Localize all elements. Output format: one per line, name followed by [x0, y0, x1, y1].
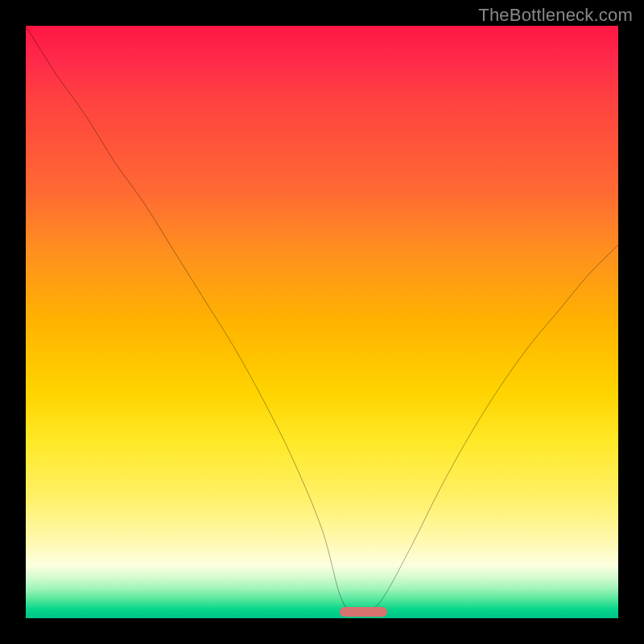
- plot-area: [26, 26, 618, 618]
- chart-frame: TheBottleneck.com: [0, 0, 644, 644]
- bottleneck-curve: [26, 26, 618, 618]
- watermark-label: TheBottleneck.com: [478, 5, 633, 26]
- optimum-marker: [340, 607, 387, 617]
